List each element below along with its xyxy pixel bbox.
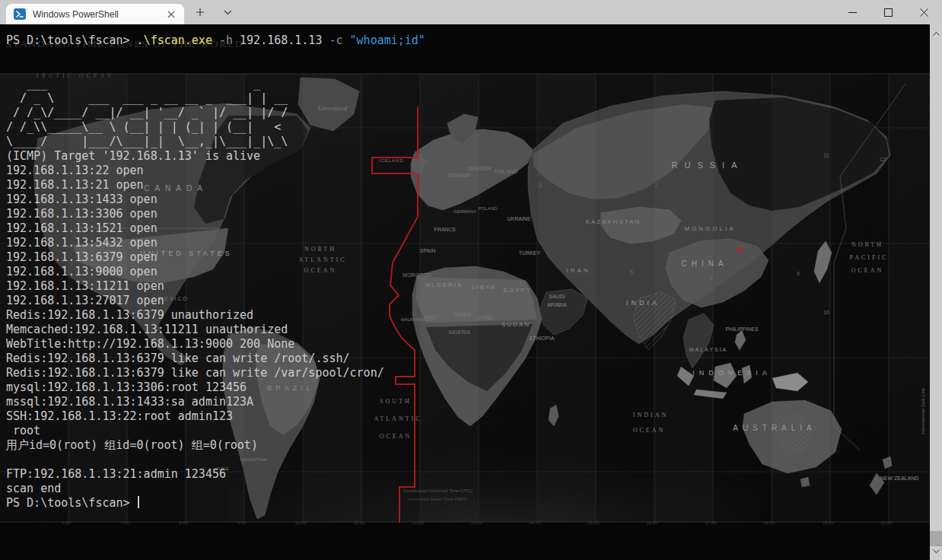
terminal-window: Windows PowerShell (0, 0, 942, 560)
terminal-output: PS D:\tools\fscan> .\fscan.exe -h 192.16… (0, 24, 930, 560)
terminal-line: Redis:192.168.1.13:6379 unauthorized (6, 308, 924, 323)
maximize-button[interactable] (870, 0, 906, 24)
scroll-up-icon[interactable] (930, 27, 942, 40)
terminal-line: root (6, 424, 924, 438)
terminal-line: 192.168.1.13:21 open (6, 178, 924, 192)
terminal-line (6, 62, 924, 77)
minimize-button[interactable] (835, 0, 870, 24)
terminal-line: 192.168.1.13:1521 open (6, 221, 924, 236)
terminal-line: Redis:192.168.1.13:6379 like can write /… (6, 366, 924, 380)
terminal-line: 192.168.1.13:5432 open (6, 236, 924, 250)
terminal-line: 192.168.1.13:1433 open (6, 192, 924, 207)
terminal-line: ___ _ (6, 77, 924, 91)
scrollbar-thumb[interactable] (930, 531, 942, 546)
terminal-line: PS D:\tools\fscan> .\fscan.exe -h 192.16… (6, 33, 924, 48)
titlebar[interactable]: Windows PowerShell (0, 0, 942, 24)
tab-close-icon[interactable] (164, 8, 178, 21)
terminal-line: 192.168.1.13:3306 open (6, 207, 924, 221)
terminal-line: \____/ |___/\___|_| \__,_|\___|_|\_\ (6, 135, 924, 149)
terminal-line: 用户id=0(root) 组id=0(root) 组=0(root) (6, 438, 924, 453)
terminal-line: SSH:192.168.1.13:22:root admin123 (6, 409, 924, 424)
terminal-line: FTP:192.168.1.13:21:admin 123456 (6, 467, 924, 482)
terminal-line: 192.168.1.13:11211 open (6, 279, 924, 294)
terminal-line: / _ \ ___ ___ _ __ __ _ ___| | __ (6, 91, 924, 106)
terminal-line (6, 48, 924, 62)
terminal-line: WebTitle:http://192.168.1.13:9000 200 No… (6, 337, 924, 352)
terminal-line: mssql:192.168.1.13:1433:sa admin123A (6, 395, 924, 409)
close-button[interactable] (906, 0, 942, 24)
tab-windows-powershell[interactable]: Windows PowerShell (6, 4, 184, 24)
terminal-viewport[interactable]: STANDARD TIME ZONES OF THE WORLDARCTIC O… (0, 24, 930, 560)
terminal-line: 192.168.1.13:6379 open (6, 250, 924, 265)
terminal-line: (ICMP) Target '192.168.1.13' is alive (6, 149, 924, 164)
terminal-line: scan end (6, 482, 924, 496)
terminal-cursor (138, 496, 139, 508)
terminal-line (6, 453, 924, 467)
terminal-line: Memcached:192.168.1.13:11211 unauthorize… (6, 323, 924, 337)
terminal-line: / /_\/____/ __|/ __| '__/ _` |/ __| |/ / (6, 106, 924, 120)
scrollbar[interactable] (930, 24, 942, 560)
tab-dropdown-button[interactable] (215, 0, 240, 24)
powershell-icon (14, 8, 26, 20)
terminal-line: 192.168.1.13:22 open (6, 164, 924, 178)
tab-title: Windows PowerShell (33, 9, 164, 20)
terminal-line: mysql:192.168.1.13:3306:root 123456 (6, 380, 924, 395)
terminal-line: 192.168.1.13:9000 open (6, 265, 924, 279)
terminal-line: / /_\\_____\__ \ (__| | | (_| | (__| < (6, 120, 924, 135)
window-controls (835, 0, 942, 24)
terminal-line: 192.168.1.13:27017 open (6, 294, 924, 308)
terminal-line: PS D:\tools\fscan> (6, 496, 924, 511)
new-tab-button[interactable] (187, 0, 213, 24)
terminal-line: Redis:192.168.1.13:6379 like can write /… (6, 352, 924, 366)
scroll-down-icon[interactable] (930, 545, 942, 557)
